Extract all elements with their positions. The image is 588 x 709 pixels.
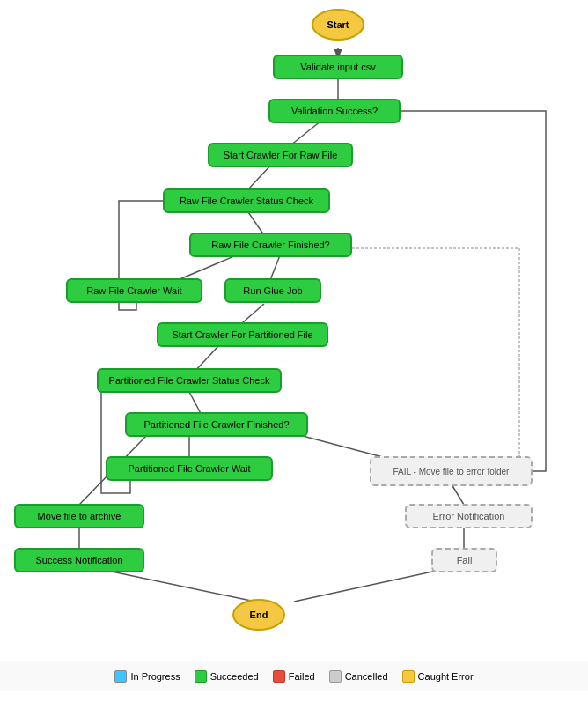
legend-cancelled-box: [329, 670, 342, 683]
raw-finished-node: Raw File Crawler Finished?: [189, 233, 352, 257]
fail-move-node: FAIL - Move file to error folder: [370, 456, 533, 486]
validation-success-node: Validation Success?: [268, 99, 401, 123]
legend-failed-label: Failed: [289, 671, 315, 682]
part-status-check-node: Partitioned File Crawler Status Check: [97, 368, 282, 393]
start-crawler-raw-node: Start Crawler For Raw File: [208, 143, 353, 167]
legend: In Progress Succeeded Failed Cancelled C…: [0, 661, 588, 691]
legend-caught-error: Caught Error: [402, 670, 474, 683]
legend-caught-error-box: [402, 670, 415, 683]
part-wait-node: Partitioned File Crawler Wait: [106, 456, 273, 481]
legend-cancelled-label: Cancelled: [345, 671, 388, 682]
validate-node: Validate input csv: [273, 55, 403, 79]
legend-caught-error-label: Caught Error: [418, 671, 474, 682]
error-notification-node: Error Notification: [405, 504, 533, 528]
legend-succeeded: Succeeded: [195, 670, 259, 683]
end-node: End: [232, 599, 285, 631]
success-notification-node: Success Notification: [14, 548, 144, 572]
legend-in-progress-box: [114, 670, 127, 683]
fail-node: Fail: [431, 548, 497, 572]
legend-succeeded-box: [195, 670, 207, 683]
svg-line-4: [246, 210, 264, 235]
raw-status-check-node: Raw File Crawler Status Check: [163, 188, 330, 213]
move-archive-node: Move file to archive: [14, 504, 144, 528]
legend-cancelled: Cancelled: [329, 670, 388, 683]
legend-in-progress: In Progress: [114, 670, 180, 683]
legend-succeeded-label: Succeeded: [210, 671, 259, 682]
start-crawler-part-node: Start Crawler For Partitioned File: [157, 322, 328, 347]
legend-failed-box: [273, 670, 285, 683]
start-node: Start: [312, 9, 364, 41]
legend-in-progress-label: In Progress: [130, 671, 180, 682]
raw-wait-node: Raw File Crawler Wait: [66, 278, 202, 303]
part-finished-node: Partitioned File Crawler Finished?: [125, 412, 308, 437]
run-glue-node: Run Glue Job: [224, 278, 321, 303]
diagram-container: Start Validate input csv Validation Succ…: [0, 0, 588, 661]
svg-line-14: [95, 568, 255, 602]
svg-line-17: [294, 568, 449, 602]
legend-failed: Failed: [273, 670, 315, 683]
